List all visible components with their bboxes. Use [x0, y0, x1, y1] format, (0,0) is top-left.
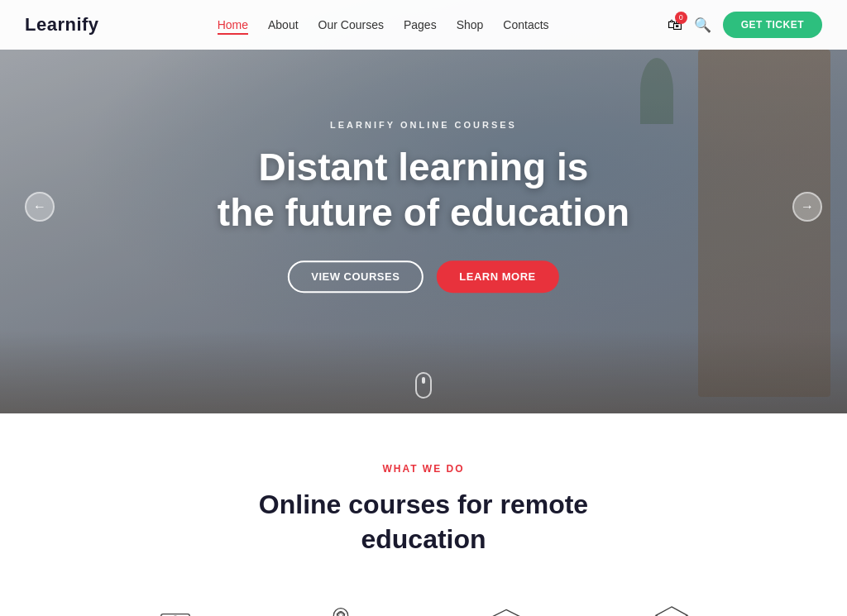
hero-title: Distant learning is the future of educat…: [218, 145, 629, 236]
nav-item-shop[interactable]: Shop: [457, 17, 484, 32]
hero-content: LEARNIFY ONLINE COURSES Distant learning…: [218, 120, 629, 293]
feature-online-courses[interactable]: Online Courses: [117, 598, 233, 616]
hero-next-button[interactable]: →: [792, 192, 822, 222]
nav-links: Home About Our Courses Pages Shop Contac…: [218, 17, 549, 32]
nav-item-contacts[interactable]: Contacts: [503, 17, 548, 32]
scroll-dot: [422, 377, 425, 384]
hero-subtitle: LEARNIFY ONLINE COURSES: [218, 120, 629, 130]
nav-item-about[interactable]: About: [268, 17, 299, 32]
hero-buttons: VIEW COURSES LEARN MORE: [218, 261, 629, 294]
features-label: WHAT WE DO: [33, 463, 814, 475]
nav-item-pages[interactable]: Pages: [404, 17, 437, 32]
hero-section: ← LEARNIFY ONLINE COURSES Distant learni…: [0, 0, 847, 413]
view-courses-button[interactable]: VIEW COURSES: [288, 261, 423, 294]
cart-badge: 0: [675, 12, 687, 24]
features-grid: Online Courses Personal Teacher: [33, 598, 814, 616]
hero-prev-button[interactable]: ←: [25, 192, 55, 222]
search-icon[interactable]: 🔍: [694, 17, 711, 34]
features-heading: Online courses for remote education: [33, 488, 814, 556]
feature-personal-teacher[interactable]: Personal Teacher: [283, 598, 399, 616]
svg-marker-13: [656, 607, 687, 616]
feature-powerful-program[interactable]: Powerful Program: [448, 598, 564, 616]
feature-support[interactable]: 24/7 Support: [614, 598, 730, 616]
get-ticket-button[interactable]: GET TICKET: [723, 12, 822, 38]
features-section: WHAT WE DO Online courses for remote edu…: [0, 413, 847, 616]
support-icon: [647, 598, 696, 616]
personal-teacher-icon: [316, 598, 366, 616]
nav-item-courses[interactable]: Our Courses: [318, 17, 384, 32]
learn-more-button[interactable]: LEARN MORE: [436, 261, 558, 294]
svg-marker-10: [489, 610, 524, 616]
navbar: Learnify Home About Our Courses Pages Sh…: [0, 0, 847, 50]
brand-logo[interactable]: Learnify: [25, 14, 99, 36]
powerful-program-icon: [481, 598, 531, 616]
scroll-indicator: [415, 372, 432, 399]
nav-item-home[interactable]: Home: [218, 17, 248, 32]
cart-icon[interactable]: 🛍 0: [668, 17, 682, 34]
online-courses-icon: [151, 598, 200, 616]
nav-right: 🛍 0 🔍 GET TICKET: [668, 12, 822, 38]
